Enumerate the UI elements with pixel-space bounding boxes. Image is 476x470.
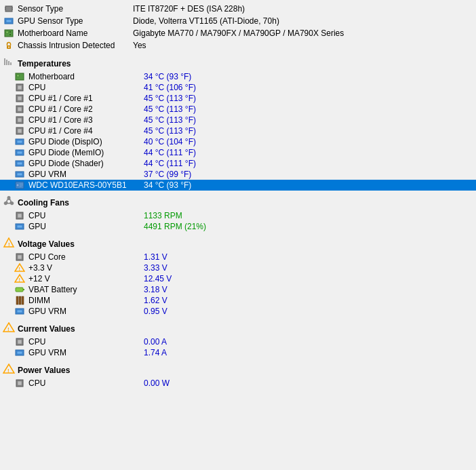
svg-rect-9 (9, 31, 11, 33)
voltage-row-12v[interactable]: ! +12 V 12.45 V (0, 273, 476, 284)
fan-row-cpu[interactable]: CPU 1133 RPM (0, 210, 476, 221)
voltage-row-vbat[interactable]: VBAT Battery 3.18 V (0, 284, 476, 295)
cooling-fans-section: Cooling Fans CPU 1133 RPM GPU 4491 RPM (… (0, 195, 476, 232)
3v3-value: 3.33 V (144, 263, 167, 273)
vbat-value: 3.18 V (144, 285, 167, 294)
wdc-label: WDC WD10EARS-00Y5B1 (28, 180, 144, 190)
temp-row-wdc[interactable]: WDC WD10EARS-00Y5B1 34 °C (93 °F) (0, 180, 476, 191)
voltage-section-icon: ! (3, 237, 15, 250)
temp-row-cpu-core4[interactable]: CPU #1 / Core #4 45 °C (113 °F) (0, 125, 476, 136)
current-row-gpu-vrm[interactable]: GPU VRM 1.74 A (0, 347, 476, 358)
gpu-fan-value: 4491 RPM (21%) (144, 222, 206, 231)
cpu-core4-icon (14, 126, 26, 136)
svg-rect-8 (6, 31, 8, 33)
cpu-temp-icon (14, 83, 26, 92)
voltage-row-dimm[interactable]: DIMM 1.62 V (0, 295, 476, 306)
temp-row-cpu-core3[interactable]: CPU #1 / Core #3 45 °C (113 °F) (0, 115, 476, 125)
temp-row-cpu[interactable]: CPU 41 °C (106 °F) (0, 82, 476, 93)
svg-rect-3 (12, 7, 13, 8)
temp-gpu-mem-label: GPU Diode (MemIO) (28, 148, 144, 157)
current-section: ! Current Values CPU 0.00 A GP (0, 321, 476, 358)
cpu-current-icon (14, 337, 26, 347)
temp-row-cpu-core1[interactable]: CPU #1 / Core #1 45 °C (113 °F) (0, 93, 476, 104)
current-row-cpu[interactable]: CPU 0.00 A (0, 336, 476, 347)
svg-text:!: ! (7, 326, 9, 332)
12v-icon: ! (14, 274, 26, 283)
gpu-vrm-current-label: GPU VRM (28, 348, 144, 357)
temperatures-section: Temperatures Motherboard 34 °C (93 °F) C… (0, 56, 476, 191)
svg-point-44 (9, 201, 14, 205)
temp-row-motherboard[interactable]: Motherboard 34 °C (93 °F) (0, 71, 476, 82)
temp-row-gpu-disp[interactable]: GPU Diode (DispIO) 40 °C (104 °F) (0, 136, 476, 147)
3v3-label: +3.3 V (28, 263, 144, 273)
gpu-sensor-value: Diode, Volterra VT1165 (ATI-Diode, 70h) (133, 16, 279, 26)
temp-core4-label: CPU #1 / Core #4 (28, 126, 144, 136)
svg-point-45 (3, 201, 9, 205)
gpu-vrm-voltage-icon (14, 307, 26, 316)
cpu-fan-value: 1133 RPM (144, 211, 182, 220)
temp-cpu-value: 41 °C (106 °F) (144, 83, 196, 92)
gpu-vrm-temp-icon (14, 170, 26, 179)
chassis-value: Yes (133, 41, 146, 50)
temp-gpu-shader-value: 44 °C (111 °F) (144, 159, 196, 168)
cpu-core-voltage-value: 1.31 V (144, 252, 167, 262)
gpu-vrm-voltage-label: GPU VRM (28, 307, 144, 316)
3v3-icon: ! (14, 263, 26, 273)
main-container: Sensor Type ITE IT8720F + DES (ISA 228h)… (0, 0, 476, 391)
power-section-icon: ! (3, 364, 15, 376)
info-row-gpu-sensor-type: GPU Sensor Type Diode, Volterra VT1165 (… (0, 15, 476, 27)
dimm-value: 1.62 V (144, 296, 167, 305)
motherboard-icon (3, 28, 15, 39)
current-section-icon: ! (3, 322, 15, 335)
sensor-type-value: ITE IT8720F + DES (ISA 228h) (133, 4, 245, 14)
voltage-header: ! Voltage Values (0, 236, 476, 252)
temp-row-gpu-vrm[interactable]: GPU VRM 37 °C (99 °F) (0, 169, 476, 180)
svg-rect-49 (17, 225, 22, 228)
temp-core3-value: 45 °C (113 °F) (144, 115, 196, 125)
info-row-sensor-type: Sensor Type ITE IT8720F + DES (ISA 228h) (0, 3, 476, 15)
svg-rect-6 (6, 20, 12, 22)
svg-text:!: ! (7, 368, 9, 374)
svg-rect-68 (18, 340, 22, 344)
mobo-temp-icon (14, 72, 26, 81)
fan-row-gpu[interactable]: GPU 4491 RPM (21%) (0, 221, 476, 232)
temp-mobo-label: Motherboard (28, 72, 144, 81)
svg-rect-36 (17, 173, 22, 176)
voltage-row-cpu-core[interactable]: CPU Core 1.31 V (0, 252, 476, 262)
gpu-vrm-current-icon (14, 348, 26, 357)
gpu-mem-icon (14, 148, 26, 157)
svg-rect-4 (12, 9, 13, 9)
gpu-fan-icon (14, 222, 26, 231)
chip-icon (3, 3, 15, 14)
current-title: Current Values (18, 324, 75, 334)
12v-value: 12.45 V (144, 274, 172, 283)
temp-row-gpu-mem[interactable]: GPU Diode (MemIO) 44 °C (111 °F) (0, 147, 476, 158)
lock-icon (3, 40, 15, 51)
svg-text:!: ! (8, 241, 10, 248)
voltage-row-3v3[interactable]: ! +3.3 V 3.33 V (0, 262, 476, 273)
svg-rect-61 (19, 296, 21, 305)
temp-gpu-shader-label: GPU Diode (Shader) (28, 159, 144, 168)
vbat-label: VBAT Battery (28, 285, 144, 294)
svg-rect-62 (22, 296, 24, 305)
power-row-cpu[interactable]: CPU 0.00 W (0, 378, 476, 389)
temp-section-icon (3, 57, 15, 70)
cooling-fans-title: Cooling Fans (18, 198, 69, 208)
temp-core1-label: CPU #1 / Core #1 (28, 94, 144, 103)
svg-rect-64 (17, 310, 22, 313)
svg-rect-32 (17, 151, 22, 154)
svg-rect-1 (5, 7, 5, 8)
temp-core2-value: 45 °C (113 °F) (144, 104, 196, 114)
motherboard-name-label: Motherboard Name (18, 28, 133, 38)
temp-row-gpu-shader[interactable]: GPU Diode (Shader) 44 °C (111 °F) (0, 158, 476, 169)
svg-rect-74 (18, 381, 22, 385)
svg-point-43 (7, 196, 11, 200)
temp-core3-label: CPU #1 / Core #3 (28, 115, 144, 125)
info-section: Sensor Type ITE IT8720F + DES (ISA 228h)… (0, 3, 476, 52)
cpu-current-value: 0.00 A (144, 337, 167, 347)
voltage-row-gpu-vrm[interactable]: GPU VRM 0.95 V (0, 306, 476, 317)
temp-core2-label: CPU #1 / Core #2 (28, 104, 144, 114)
svg-rect-59 (23, 289, 24, 290)
temp-row-cpu-core2[interactable]: CPU #1 / Core #2 45 °C (113 °F) (0, 104, 476, 115)
gpu-sensor-label: GPU Sensor Type (18, 16, 133, 26)
